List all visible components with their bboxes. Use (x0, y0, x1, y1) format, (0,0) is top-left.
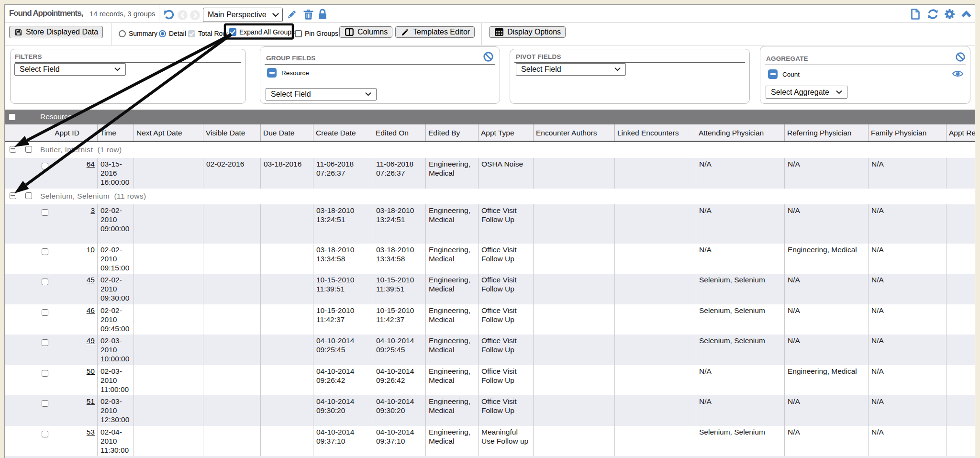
column-header-reminder[interactable]: Appt Re (947, 124, 975, 141)
column-header-id[interactable]: Appt ID (5, 124, 98, 141)
undo-icon[interactable] (163, 9, 175, 20)
cell-attending: N/A (696, 365, 785, 396)
clear-aggregate-ban-icon[interactable] (956, 52, 965, 62)
row-checkbox[interactable] (42, 339, 48, 346)
column-header-enc_authors[interactable]: Encounter Authors (534, 124, 615, 141)
column-header-linked[interactable]: Linked Encounters (615, 124, 696, 141)
pin-groups-checkbox[interactable]: Pin Groups (295, 30, 338, 37)
row-checkbox[interactable] (42, 279, 48, 285)
aggregate-select[interactable]: Select Aggregate (766, 86, 847, 99)
cell-due (261, 244, 313, 274)
select-all-groups-checkbox[interactable] (9, 114, 15, 120)
appointment-id-link[interactable]: 49 (87, 336, 95, 345)
column-header-time[interactable]: Time (98, 124, 134, 141)
row-checkbox[interactable] (42, 431, 48, 437)
columns-button[interactable]: Columns (339, 26, 392, 38)
column-header-next_apt[interactable]: Next Apt Date (134, 124, 203, 141)
cell-created: 04-10-2014 09:25:45 (313, 335, 373, 365)
remove-aggregate-minus-icon[interactable] (768, 69, 778, 79)
cell-created: 10-15-2010 11:39:51 (313, 274, 373, 304)
row-checkbox[interactable] (42, 163, 48, 169)
cell-type: Office Visit Follow Up (479, 365, 534, 396)
cell-family: N/A (869, 426, 947, 457)
cell-family: N/A (869, 244, 947, 274)
row-checkbox[interactable] (42, 209, 48, 216)
display-options-button[interactable]: Display Options (489, 26, 566, 38)
chevron-down-icon (365, 92, 371, 96)
visibility-eye-icon[interactable] (952, 69, 964, 78)
cell-visible (203, 244, 261, 274)
refresh-icon[interactable] (927, 8, 939, 20)
column-header-edited_by[interactable]: Edited By (426, 124, 479, 141)
cell-created: 10-15-2010 11:42:37 (313, 304, 373, 335)
column-header-visible[interactable]: Visible Date (203, 124, 261, 141)
row-checkbox[interactable] (42, 370, 48, 377)
total-row-checkbox[interactable]: Total Row (188, 30, 227, 37)
cell-edited_on: 04-10-2014 09:30:20 (373, 395, 426, 426)
detail-radio-label: Detail (169, 30, 186, 37)
history-back-button[interactable] (178, 10, 188, 20)
store-displayed-data-button[interactable]: Store Displayed Data (9, 26, 103, 38)
appointment-id-link[interactable]: 51 (87, 397, 95, 405)
cell-edited_by: Engineering, Medical (426, 395, 479, 426)
row-checkbox[interactable] (42, 248, 48, 255)
group-field-chip-resource: Resource (267, 68, 309, 78)
collapse-group-icon[interactable] (10, 146, 16, 153)
appointment-row: 302-02-2010 09:00:0003-18-2010 13:24:510… (5, 204, 975, 244)
filters-select-field[interactable]: Select Field (14, 63, 126, 76)
cell-edited_by: Engineering, Medical (426, 426, 479, 457)
detail-radio[interactable]: Detail (159, 30, 186, 37)
cell-edited_by: Engineering, Medical (426, 158, 479, 189)
appointment-id-link[interactable]: 50 (87, 367, 95, 375)
appointment-id-link[interactable]: 45 (87, 276, 95, 284)
page-title: Found Appointments, (9, 9, 83, 18)
appointment-id-link[interactable]: 46 (87, 306, 95, 314)
column-header-type[interactable]: Appt Type (479, 124, 534, 141)
group-checkbox[interactable] (25, 146, 32, 153)
pivot-fields-select-field[interactable]: Select Field (516, 63, 626, 76)
column-header-referring[interactable]: Referring Physician (785, 124, 869, 141)
column-header-family[interactable]: Family Physician (869, 124, 947, 141)
column-header-created[interactable]: Create Date (313, 124, 373, 141)
summary-radio[interactable]: Summary (119, 30, 157, 37)
column-header-attending[interactable]: Attending Physician (696, 124, 785, 141)
perspective-select[interactable]: Main Perspective (203, 8, 283, 22)
column-header-due[interactable]: Due Date (261, 124, 313, 141)
history-forward-button[interactable] (190, 10, 200, 20)
aggregate-chip-label: Count (782, 71, 800, 78)
toolbar-divider-1 (111, 22, 111, 45)
column-header-edited_on[interactable]: Edited On (373, 124, 426, 141)
clear-group-fields-ban-icon[interactable] (483, 52, 493, 62)
cell-edited_by: Engineering, Medical (426, 365, 479, 396)
row-checkbox[interactable] (42, 400, 48, 407)
appointment-id-link[interactable]: 10 (87, 246, 95, 254)
cell-due (261, 365, 313, 396)
appointment-id-link[interactable]: 64 (87, 160, 95, 168)
expand-all-groups-checkbox[interactable]: Expand All Groups (229, 28, 295, 36)
cell-next_apt (134, 274, 203, 304)
edit-perspective-pencil-icon[interactable] (286, 9, 297, 20)
table-header-row: Appt IDTimeNext Apt DateVisible DateDue … (5, 124, 975, 142)
collapse-chevron-up-icon[interactable] (961, 10, 972, 18)
appointment-id-link[interactable]: 3 (90, 206, 95, 214)
divider-under-title (5, 22, 975, 23)
cell-visible (203, 395, 261, 426)
lock-perspective-icon[interactable] (317, 9, 328, 20)
remove-group-field-minus-icon[interactable] (267, 68, 277, 78)
cell-referring: N/A (785, 158, 869, 189)
cell-reminder (947, 274, 975, 304)
delete-perspective-trash-icon[interactable] (303, 9, 314, 20)
collapse-group-icon[interactable] (10, 192, 16, 199)
settings-gear-icon[interactable] (944, 8, 956, 20)
cell-family: N/A (869, 304, 947, 335)
cell-type: Office Visit Follow Up (479, 244, 534, 274)
cell-next_apt (134, 395, 203, 426)
new-document-icon[interactable] (910, 8, 921, 20)
templates-editor-button[interactable]: Templates Editor (395, 26, 475, 38)
row-checkbox[interactable] (42, 309, 48, 316)
group-checkbox[interactable] (25, 192, 32, 199)
appointment-id-link[interactable]: 53 (87, 428, 95, 436)
toolbar-divider-2 (481, 22, 482, 45)
group-column-bar: Resource (5, 110, 975, 124)
group-fields-select-field[interactable]: Select Field (266, 88, 377, 101)
